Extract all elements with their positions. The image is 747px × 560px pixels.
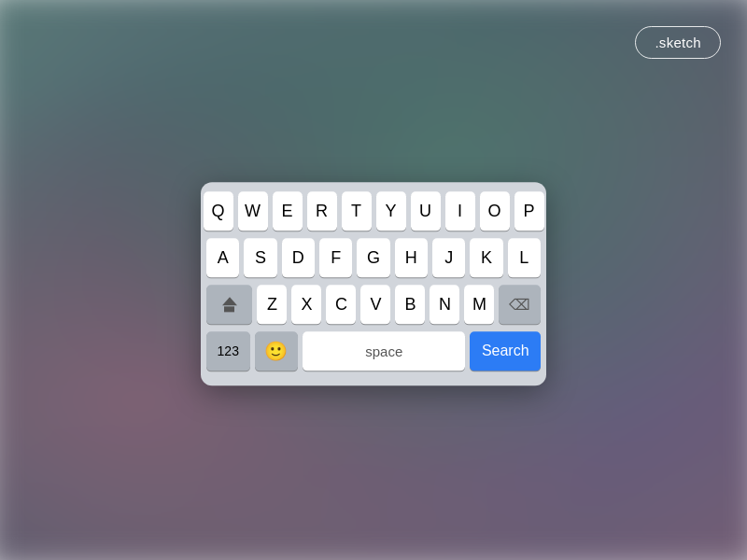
key-d[interactable]: D [282, 238, 315, 277]
key-o[interactable]: O [480, 191, 510, 231]
key-z[interactable]: Z [257, 285, 287, 324]
keyboard-row-4: 123 🙂 space Search [206, 331, 541, 371]
key-y[interactable]: Y [376, 191, 406, 231]
key-n[interactable]: N [430, 285, 459, 324]
numbers-key[interactable]: 123 [206, 331, 250, 371]
space-key[interactable]: space [303, 331, 465, 371]
key-c[interactable]: C [326, 285, 356, 324]
key-a[interactable]: A [206, 238, 239, 277]
key-x[interactable]: X [291, 285, 321, 324]
key-t[interactable]: T [342, 191, 372, 231]
key-e[interactable]: E [273, 191, 303, 231]
key-w[interactable]: W [238, 191, 268, 231]
key-p[interactable]: P [514, 191, 544, 231]
key-s[interactable]: S [244, 238, 276, 277]
key-f[interactable]: F [319, 238, 352, 277]
keyboard-row-3: Z X C V B N M ⌫ [206, 285, 541, 324]
search-button[interactable]: Search [470, 331, 541, 371]
backspace-icon: ⌫ [509, 296, 530, 314]
emoji-key[interactable]: 🙂 [255, 331, 299, 371]
key-r[interactable]: R [307, 191, 337, 231]
key-u[interactable]: U [411, 191, 441, 231]
shift-key[interactable] [206, 285, 252, 324]
key-v[interactable]: V [360, 285, 390, 324]
key-q[interactable]: Q [204, 191, 233, 231]
emoji-icon: 🙂 [264, 340, 288, 362]
keyboard-row-2: A S D F G H J K L [206, 238, 541, 277]
sketch-badge: .sketch [635, 26, 721, 59]
backspace-key[interactable]: ⌫ [499, 285, 541, 324]
key-g[interactable]: G [357, 238, 389, 277]
key-b[interactable]: B [395, 285, 425, 324]
key-h[interactable]: H [395, 238, 428, 277]
key-j[interactable]: J [432, 238, 465, 277]
shift-icon [222, 298, 237, 312]
key-k[interactable]: K [470, 238, 502, 277]
keyboard: Q W E R T Y U I O P A S D F G H J K L Z … [201, 182, 546, 385]
keyboard-row-1: Q W E R T Y U I O P [206, 191, 541, 231]
key-m[interactable]: M [464, 285, 494, 324]
key-l[interactable]: L [508, 238, 541, 277]
key-i[interactable]: I [445, 191, 475, 231]
